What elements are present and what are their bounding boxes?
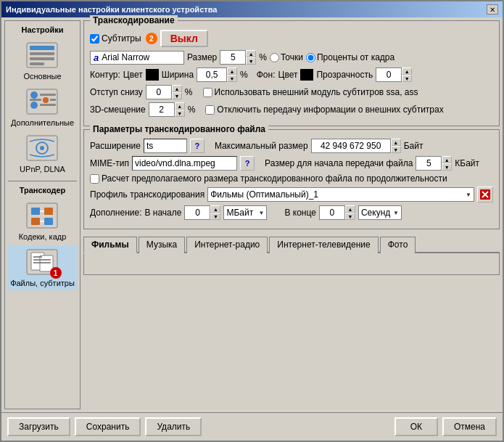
svg-rect-9	[40, 104, 56, 106]
percent-frame-radio[interactable]: Проценты от кадра	[306, 52, 394, 62]
contour-label: Контур:	[90, 70, 120, 80]
sidebar-item-files[interactable]: 1 Файлы, субтитры	[8, 245, 77, 290]
transfer-size-unit: КБайт	[455, 158, 479, 168]
transfer-size-down-button[interactable]: ▼	[442, 163, 452, 171]
ext-input[interactable]	[144, 139, 187, 153]
transparency-up-button[interactable]: ▲	[402, 67, 412, 75]
save-button[interactable]: Сохранить	[75, 417, 141, 436]
transparency-label: Прозрачность	[316, 70, 373, 80]
begin-spinner: ▲ ▼	[184, 205, 220, 220]
offset-input[interactable]	[149, 102, 175, 117]
upnp-icon	[25, 134, 60, 163]
sidebar-item-codecs[interactable]: Кодеки, кадр	[8, 199, 77, 244]
mime-help-button[interactable]: ?	[240, 156, 255, 171]
size-spinner: ▲ ▼	[220, 50, 256, 65]
width-up-button[interactable]: ▲	[227, 67, 237, 75]
begin-unit-arrow: ▼	[259, 210, 265, 216]
external-module-checkbox[interactable]	[203, 88, 212, 97]
sidebar-item-upnp[interactable]: UPnP, DLNA	[8, 131, 77, 176]
max-size-spinner: ▲ ▼	[311, 139, 401, 153]
width-input[interactable]	[197, 67, 227, 82]
profile-delete-button[interactable]	[477, 187, 493, 202]
transfer-size-up-button[interactable]: ▲	[442, 156, 452, 163]
percent-frame-label: Проценты от кадра	[317, 52, 394, 62]
percent-frame-radio-input[interactable]	[306, 53, 315, 62]
tab-music[interactable]: Музыка	[139, 237, 185, 253]
right-panel: Транскодирование Субтитры 2 Выкл	[83, 20, 500, 409]
font-row: a Arial Narrow Размер ▲ ▼ %	[90, 50, 493, 65]
margin-down-button[interactable]: ▼	[172, 92, 182, 99]
contour-color-label: Цвет	[123, 70, 143, 80]
size-input[interactable]	[220, 50, 246, 65]
svg-point-7	[30, 102, 38, 109]
transfer-size-input[interactable]	[416, 156, 442, 171]
max-size-spin-buttons: ▲ ▼	[391, 139, 401, 153]
margin-up-button[interactable]: ▲	[172, 85, 182, 92]
badge-2: 2	[146, 33, 157, 44]
sidebar-item-basic[interactable]: Основные	[8, 38, 77, 83]
max-size-unit: Байт	[404, 141, 424, 151]
begin-down-button[interactable]: ▼	[210, 213, 220, 220]
sidebar-item-codecs-label: Кодеки, кадр	[19, 232, 67, 241]
max-size-input[interactable]	[311, 139, 391, 153]
subtitles-checkbox-label[interactable]: Субтитры	[90, 33, 141, 44]
ext-help-button[interactable]: ?	[190, 139, 205, 153]
end-spin-buttons: ▲ ▼	[345, 205, 355, 220]
size-down-button[interactable]: ▼	[246, 57, 256, 65]
dots-radio-input[interactable]	[270, 53, 279, 62]
contour-color-box[interactable]	[146, 69, 159, 81]
sidebar-divider	[8, 181, 77, 181]
delete-button[interactable]: Удалить	[145, 417, 202, 436]
end-down-button[interactable]: ▼	[345, 213, 355, 220]
transparency-input[interactable]	[376, 67, 402, 82]
vyкл-button[interactable]: Выкл	[160, 30, 208, 47]
offset-up-button[interactable]: ▲	[175, 102, 185, 110]
begin-spin-buttons: ▲ ▼	[210, 205, 220, 220]
tab-films[interactable]: Фильмы	[83, 237, 137, 253]
max-size-up-button[interactable]: ▲	[391, 139, 401, 146]
cancel-button[interactable]: Отмена	[442, 417, 497, 436]
close-button[interactable]: ✕	[487, 4, 498, 15]
profile-row: Профиль транскодирования Фильмы (Оптимал…	[90, 187, 493, 202]
profile-dropdown[interactable]: Фильмы (Оптимальный)_1 ▼	[207, 187, 474, 202]
calc-checkbox[interactable]	[90, 174, 99, 184]
offset-down-button[interactable]: ▼	[175, 110, 185, 117]
tab-tv[interactable]: Интернет-телевидение	[269, 237, 378, 253]
size-up-button[interactable]: ▲	[246, 50, 256, 57]
external-module-label[interactable]: Использовать внешний модуль субтитров ss…	[203, 87, 418, 97]
max-size-down-button[interactable]: ▼	[391, 146, 401, 153]
sidebar-item-advanced[interactable]: Дополнительные	[8, 85, 77, 130]
max-size-label: Максимальный размер	[215, 141, 308, 151]
tab-radio[interactable]: Интернет-радио	[186, 237, 268, 253]
tab-photo[interactable]: Фото	[380, 237, 416, 253]
end-input[interactable]	[319, 205, 345, 220]
disable-info-checkbox[interactable]	[205, 105, 215, 115]
mime-input[interactable]	[132, 156, 237, 171]
contour-row: Контур: Цвет Ширина ▲ ▼ % Фон:	[90, 67, 493, 82]
begin-up-button[interactable]: ▲	[210, 205, 220, 213]
end-unit-dropdown[interactable]: Секунд ▼	[358, 205, 402, 220]
font-selector[interactable]: a Arial Narrow	[90, 51, 184, 65]
profile-dropdown-arrow: ▼	[466, 192, 471, 198]
subtitles-checkbox[interactable]	[90, 34, 99, 44]
transfer-size-label: Размер для начала передачи файла	[265, 158, 413, 168]
begin-input[interactable]	[184, 205, 210, 220]
transparency-down-button[interactable]: ▼	[402, 75, 412, 82]
disable-info-label[interactable]: Отключить передачу информации о внешних …	[205, 105, 443, 115]
end-unit-arrow: ▼	[393, 210, 399, 216]
margin-input[interactable]	[146, 85, 172, 99]
dots-radio[interactable]: Точки	[270, 52, 303, 62]
calc-label[interactable]: Расчет предполагаемого размера транскоди…	[90, 173, 447, 184]
width-down-button[interactable]: ▼	[227, 75, 237, 82]
svg-rect-3	[30, 57, 54, 60]
font-name-display: Arial Narrow	[102, 52, 149, 62]
begin-unit-dropdown[interactable]: МБайт ▼	[223, 205, 267, 220]
tabs-container: Фильмы Музыка Интернет-радио Интернет-те…	[83, 235, 500, 275]
load-button[interactable]: Загрузить	[7, 417, 70, 436]
ext-row: Расширение ? Максимальный размер ▲ ▼ Бай…	[90, 139, 493, 153]
bg-color-box[interactable]	[300, 69, 313, 81]
ok-button[interactable]: ОК	[394, 417, 438, 436]
end-up-button[interactable]: ▲	[345, 205, 355, 213]
transparency-spinner: ▲ ▼	[376, 67, 412, 82]
ext-label: Расширение	[90, 141, 141, 151]
